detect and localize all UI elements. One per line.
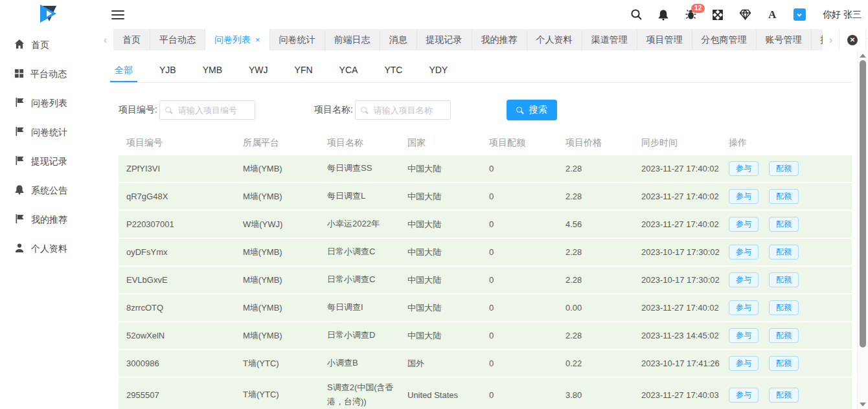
- topbar-right: 12A 你好 张三: [630, 8, 868, 21]
- sidebar-item-label: 问卷统计: [31, 127, 67, 138]
- filter-tab-YMB[interactable]: YMB: [198, 60, 227, 82]
- cell-sync_time: 2023-11-27 17:40:02: [641, 192, 729, 201]
- filter-tab-YTC[interactable]: YTC: [380, 60, 407, 82]
- table-row: 2955507T墙(YTC)S调查2(中国(含香港，台湾))United Sta…: [119, 378, 852, 409]
- cell-country: United States: [407, 390, 489, 400]
- quota-button[interactable]: 配额: [769, 189, 799, 204]
- tab-scroll-left-icon[interactable]: ‹: [97, 29, 113, 50]
- main-area: 12A 你好 张三 ‹ 首页平台动态问卷列表×问卷统计前端日志消息提现记录我的推…: [97, 0, 868, 409]
- cell-quota: 0: [489, 275, 565, 285]
- cell-project_name: 日常小调查D: [327, 328, 407, 342]
- app-logo[interactable]: [0, 0, 97, 29]
- platform-grid-icon: [14, 69, 24, 80]
- filter-tab-YDY[interactable]: YDY: [424, 60, 452, 82]
- tab-scroll-right-icon[interactable]: ›: [823, 29, 839, 50]
- quota-button[interactable]: 配额: [769, 300, 799, 315]
- join-button[interactable]: 参与: [729, 328, 759, 343]
- sidebar-item-3[interactable]: 问卷统计: [0, 118, 97, 147]
- sidebar-item-7[interactable]: 个人资料: [0, 234, 97, 263]
- sidebar-item-2[interactable]: 问卷列表: [0, 89, 97, 118]
- join-button[interactable]: 参与: [729, 300, 759, 315]
- page-tab-8[interactable]: 个人资料: [527, 29, 582, 50]
- quota-button[interactable]: 配额: [769, 356, 799, 371]
- bell-icon[interactable]: [657, 8, 670, 21]
- sidebar-item-label: 我的推荐: [31, 214, 67, 226]
- cell-platform: M墙(YMB): [243, 274, 327, 286]
- join-button[interactable]: 参与: [729, 388, 759, 403]
- quota-button[interactable]: 配额: [769, 217, 799, 232]
- page-tab-7[interactable]: 我的推荐: [472, 29, 527, 50]
- quota-button[interactable]: 配额: [769, 272, 799, 287]
- page-tab-3[interactable]: 问卷统计: [270, 29, 325, 50]
- join-button[interactable]: 参与: [729, 356, 759, 371]
- hamburger-menu-icon[interactable]: [111, 10, 124, 19]
- vertical-scrollbar[interactable]: [857, 50, 868, 409]
- quota-button[interactable]: 配额: [769, 245, 799, 260]
- sidebar-item-4[interactable]: 提现记录: [0, 147, 97, 176]
- page-tab-1[interactable]: 平台动态: [150, 29, 205, 50]
- column-header-5: 项目价格: [565, 137, 641, 149]
- join-button[interactable]: 参与: [729, 189, 759, 204]
- cell-project_no: qR7gG48X: [126, 192, 243, 201]
- quota-button[interactable]: 配额: [769, 328, 799, 343]
- font-size-icon[interactable]: A: [766, 8, 779, 21]
- filter-tab-YFN[interactable]: YFN: [290, 60, 317, 82]
- join-button[interactable]: 参与: [729, 161, 759, 176]
- sidebar-item-6[interactable]: 我的推荐: [0, 205, 97, 234]
- filter-tab-YWJ[interactable]: YWJ: [244, 60, 273, 82]
- page-tab-4[interactable]: 前端日志: [325, 29, 380, 50]
- page-tab-0[interactable]: 首页: [113, 29, 150, 50]
- page-tab-10[interactable]: 项目管理: [637, 29, 692, 50]
- cell-price: 0.00: [565, 303, 641, 313]
- page-tab-2[interactable]: 问卷列表×: [205, 29, 270, 50]
- sidebar-item-1[interactable]: 平台动态: [0, 60, 97, 89]
- cell-quota: 0: [489, 303, 565, 313]
- avatar-dropdown[interactable]: [793, 8, 806, 21]
- cell-quota: 0: [489, 192, 565, 201]
- page-tab-13[interactable]: 提现管理: [812, 29, 823, 50]
- cell-quota: 0: [489, 219, 565, 229]
- page-tab-5[interactable]: 消息: [380, 29, 417, 50]
- tab-label: 提现记录: [426, 34, 463, 45]
- quota-button[interactable]: 配额: [769, 388, 799, 403]
- sidebar-item-0[interactable]: 首页: [0, 30, 97, 60]
- tab-label: 项目管理: [646, 34, 683, 45]
- search-form: 项目编号: 项目名称: 搜索: [119, 100, 857, 120]
- search-button[interactable]: 搜索: [507, 100, 557, 120]
- table-header-row: 项目编号所属平台项目名称国家项目配额项目价格同步时间操作: [119, 131, 852, 155]
- project-name-input[interactable]: [374, 105, 445, 115]
- bug-icon[interactable]: 12: [684, 8, 697, 21]
- user-greeting[interactable]: 你好 张三: [823, 9, 862, 21]
- page-tab-12[interactable]: 账号管理: [757, 29, 812, 50]
- tab-label: 账号管理: [766, 34, 802, 45]
- join-button[interactable]: 参与: [729, 245, 759, 260]
- fullscreen-icon[interactable]: [711, 8, 724, 21]
- scrollbar-thumb[interactable]: [860, 60, 866, 348]
- filter-tab-YJB[interactable]: YJB: [155, 60, 181, 82]
- quota-button[interactable]: 配额: [769, 161, 799, 176]
- cell-platform: M墙(YMB): [243, 247, 327, 258]
- cell-platform: T墙(YTC): [243, 389, 327, 401]
- filter-tab-全部[interactable]: 全部: [110, 60, 137, 82]
- scrollbar-down-arrow-icon[interactable]: [860, 403, 866, 406]
- cell-actions: 参与配额: [729, 161, 852, 176]
- cell-country: 中国大陆: [407, 330, 489, 342]
- scrollbar-up-arrow-icon[interactable]: [860, 54, 866, 58]
- font-size-glyph: A: [768, 8, 776, 21]
- cell-platform: W墙(YWJ): [243, 219, 327, 230]
- filter-tab-YCA[interactable]: YCA: [335, 60, 363, 82]
- tab-close-icon[interactable]: ×: [255, 35, 260, 45]
- search-icon[interactable]: [630, 8, 643, 21]
- page-tab-11[interactable]: 分包商管理: [692, 29, 757, 50]
- join-button[interactable]: 参与: [729, 217, 759, 232]
- page-tab-6[interactable]: 提现记录: [417, 29, 472, 50]
- project-no-input[interactable]: [178, 105, 249, 115]
- sidebar-item-5[interactable]: 系统公告: [0, 176, 97, 205]
- join-button[interactable]: 参与: [729, 272, 759, 287]
- page-tab-9[interactable]: 渠道管理: [582, 29, 637, 50]
- cell-price: 2.28: [565, 164, 641, 173]
- diamond-icon[interactable]: [738, 8, 751, 21]
- close-all-tabs-button[interactable]: ✕: [839, 29, 866, 50]
- projects-table: 项目编号所属平台项目名称国家项目配额项目价格同步时间操作 ZPfYI3VIM墙(…: [119, 131, 852, 409]
- column-header-6: 同步时间: [641, 137, 729, 149]
